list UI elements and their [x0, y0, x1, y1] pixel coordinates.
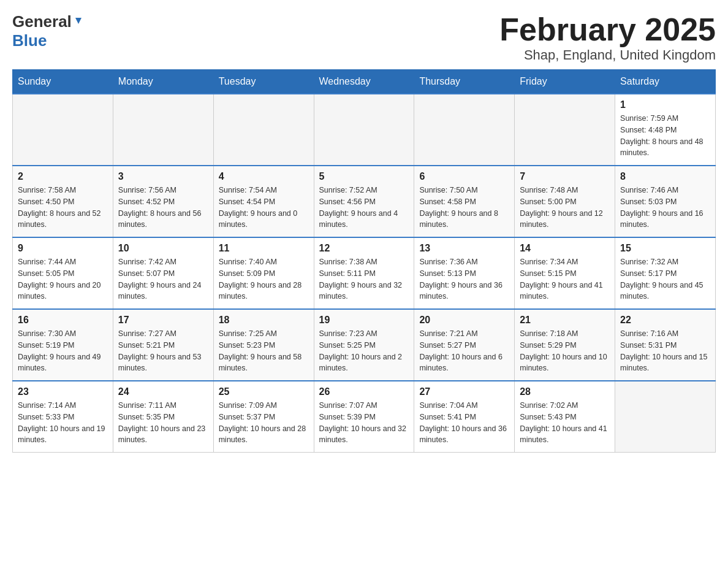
day-number: 15	[620, 243, 710, 254]
calendar-cell-week5-day4: 27Sunrise: 7:04 AMSunset: 5:41 PMDayligh…	[414, 381, 515, 453]
calendar-cell-week4-day2: 18Sunrise: 7:25 AMSunset: 5:23 PMDayligh…	[213, 309, 314, 381]
header-thursday: Thursday	[414, 70, 515, 94]
day-number: 12	[319, 243, 409, 254]
header-saturday: Saturday	[615, 70, 716, 94]
calendar-cell-week3-day0: 9Sunrise: 7:44 AMSunset: 5:05 PMDaylight…	[13, 237, 113, 309]
calendar-table: Sunday Monday Tuesday Wednesday Thursday…	[12, 69, 716, 453]
day-info: Sunrise: 7:58 AMSunset: 4:50 PMDaylight:…	[18, 185, 108, 231]
calendar-cell-week4-day4: 20Sunrise: 7:21 AMSunset: 5:27 PMDayligh…	[414, 309, 515, 381]
day-number: 18	[219, 315, 309, 326]
calendar-cell-week4-day3: 19Sunrise: 7:23 AMSunset: 5:25 PMDayligh…	[314, 309, 414, 381]
day-info: Sunrise: 7:04 AMSunset: 5:41 PMDaylight:…	[419, 400, 509, 446]
logo-general-text: General	[12, 12, 72, 31]
day-number: 26	[319, 386, 409, 397]
day-info: Sunrise: 7:54 AMSunset: 4:54 PMDaylight:…	[219, 185, 309, 231]
day-number: 3	[118, 171, 208, 182]
calendar-cell-week2-day6: 8Sunrise: 7:46 AMSunset: 5:03 PMDaylight…	[615, 166, 716, 237]
day-number: 8	[620, 171, 710, 182]
day-number: 19	[319, 315, 409, 326]
svg-marker-0	[75, 18, 82, 24]
calendar-week-3: 9Sunrise: 7:44 AMSunset: 5:05 PMDaylight…	[13, 237, 716, 309]
day-info: Sunrise: 7:30 AMSunset: 5:19 PMDaylight:…	[18, 328, 108, 374]
calendar-cell-week5-day6	[615, 381, 716, 453]
day-info: Sunrise: 7:50 AMSunset: 4:58 PMDaylight:…	[419, 185, 509, 231]
header-wednesday: Wednesday	[314, 70, 414, 94]
header-friday: Friday	[515, 70, 615, 94]
day-number: 24	[118, 386, 208, 397]
calendar-cell-week3-day5: 14Sunrise: 7:34 AMSunset: 5:15 PMDayligh…	[515, 237, 615, 309]
calendar-cell-week4-day5: 21Sunrise: 7:18 AMSunset: 5:29 PMDayligh…	[515, 309, 615, 381]
day-info: Sunrise: 7:14 AMSunset: 5:33 PMDaylight:…	[18, 400, 108, 446]
logo: General Blue	[12, 12, 84, 50]
location-text: Shap, England, United Kingdom	[499, 47, 716, 63]
day-info: Sunrise: 7:11 AMSunset: 5:35 PMDaylight:…	[118, 400, 208, 446]
day-number: 9	[18, 243, 108, 254]
calendar-cell-week5-day5: 28Sunrise: 7:02 AMSunset: 5:43 PMDayligh…	[515, 381, 615, 453]
day-number: 14	[520, 243, 610, 254]
day-info: Sunrise: 7:25 AMSunset: 5:23 PMDaylight:…	[219, 328, 309, 374]
day-info: Sunrise: 7:27 AMSunset: 5:21 PMDaylight:…	[118, 328, 208, 374]
day-number: 4	[219, 171, 309, 182]
calendar-cell-week1-day4	[414, 94, 515, 166]
calendar-cell-week4-day0: 16Sunrise: 7:30 AMSunset: 5:19 PMDayligh…	[13, 309, 113, 381]
calendar-cell-week2-day5: 7Sunrise: 7:48 AMSunset: 5:00 PMDaylight…	[515, 166, 615, 237]
calendar-cell-week2-day2: 4Sunrise: 7:54 AMSunset: 4:54 PMDaylight…	[213, 166, 314, 237]
calendar-week-5: 23Sunrise: 7:14 AMSunset: 5:33 PMDayligh…	[13, 381, 716, 453]
day-number: 1	[620, 99, 710, 110]
logo-blue-text: Blue	[12, 31, 47, 50]
day-number: 5	[319, 171, 409, 182]
day-info: Sunrise: 7:21 AMSunset: 5:27 PMDaylight:…	[419, 328, 509, 374]
day-info: Sunrise: 7:16 AMSunset: 5:31 PMDaylight:…	[620, 328, 710, 374]
day-number: 6	[419, 171, 509, 182]
calendar-week-1: 1Sunrise: 7:59 AMSunset: 4:48 PMDaylight…	[13, 94, 716, 166]
day-number: 17	[118, 315, 208, 326]
day-info: Sunrise: 7:40 AMSunset: 5:09 PMDaylight:…	[219, 256, 309, 302]
month-title: February 2025	[499, 12, 716, 47]
calendar-cell-week1-day5	[515, 94, 615, 166]
day-number: 13	[419, 243, 509, 254]
day-info: Sunrise: 7:46 AMSunset: 5:03 PMDaylight:…	[620, 185, 710, 231]
calendar-cell-week4-day6: 22Sunrise: 7:16 AMSunset: 5:31 PMDayligh…	[615, 309, 716, 381]
calendar-cell-week1-day0	[13, 94, 113, 166]
weekday-header-row: Sunday Monday Tuesday Wednesday Thursday…	[13, 70, 716, 94]
day-number: 23	[18, 386, 108, 397]
day-info: Sunrise: 7:09 AMSunset: 5:37 PMDaylight:…	[219, 400, 309, 446]
day-info: Sunrise: 7:42 AMSunset: 5:07 PMDaylight:…	[118, 256, 208, 302]
calendar-week-4: 16Sunrise: 7:30 AMSunset: 5:19 PMDayligh…	[13, 309, 716, 381]
day-info: Sunrise: 7:48 AMSunset: 5:00 PMDaylight:…	[520, 185, 610, 231]
day-info: Sunrise: 7:23 AMSunset: 5:25 PMDaylight:…	[319, 328, 409, 374]
page-header: General Blue February 2025 Shap, England…	[12, 12, 716, 63]
day-number: 11	[219, 243, 309, 254]
calendar-cell-week3-day1: 10Sunrise: 7:42 AMSunset: 5:07 PMDayligh…	[113, 237, 213, 309]
calendar-cell-week2-day4: 6Sunrise: 7:50 AMSunset: 4:58 PMDaylight…	[414, 166, 515, 237]
day-number: 28	[520, 386, 610, 397]
day-number: 21	[520, 315, 610, 326]
calendar-cell-week3-day2: 11Sunrise: 7:40 AMSunset: 5:09 PMDayligh…	[213, 237, 314, 309]
calendar-cell-week2-day0: 2Sunrise: 7:58 AMSunset: 4:50 PMDaylight…	[13, 166, 113, 237]
day-info: Sunrise: 7:59 AMSunset: 4:48 PMDaylight:…	[620, 113, 710, 159]
logo-arrow-icon	[73, 15, 84, 29]
day-info: Sunrise: 7:52 AMSunset: 4:56 PMDaylight:…	[319, 185, 409, 231]
calendar-cell-week5-day3: 26Sunrise: 7:07 AMSunset: 5:39 PMDayligh…	[314, 381, 414, 453]
calendar-cell-week3-day3: 12Sunrise: 7:38 AMSunset: 5:11 PMDayligh…	[314, 237, 414, 309]
calendar-cell-week1-day6: 1Sunrise: 7:59 AMSunset: 4:48 PMDaylight…	[615, 94, 716, 166]
day-info: Sunrise: 7:38 AMSunset: 5:11 PMDaylight:…	[319, 256, 409, 302]
day-info: Sunrise: 7:34 AMSunset: 5:15 PMDaylight:…	[520, 256, 610, 302]
header-sunday: Sunday	[13, 70, 113, 94]
calendar-cell-week5-day1: 24Sunrise: 7:11 AMSunset: 5:35 PMDayligh…	[113, 381, 213, 453]
title-section: February 2025 Shap, England, United King…	[499, 12, 716, 63]
day-number: 25	[219, 386, 309, 397]
header-tuesday: Tuesday	[213, 70, 314, 94]
day-number: 10	[118, 243, 208, 254]
day-info: Sunrise: 7:07 AMSunset: 5:39 PMDaylight:…	[319, 400, 409, 446]
calendar-cell-week1-day2	[213, 94, 314, 166]
day-number: 22	[620, 315, 710, 326]
day-info: Sunrise: 7:36 AMSunset: 5:13 PMDaylight:…	[419, 256, 509, 302]
calendar-cell-week1-day1	[113, 94, 213, 166]
day-info: Sunrise: 7:44 AMSunset: 5:05 PMDaylight:…	[18, 256, 108, 302]
day-info: Sunrise: 7:02 AMSunset: 5:43 PMDaylight:…	[520, 400, 610, 446]
day-number: 20	[419, 315, 509, 326]
calendar-week-2: 2Sunrise: 7:58 AMSunset: 4:50 PMDaylight…	[13, 166, 716, 237]
day-number: 27	[419, 386, 509, 397]
header-monday: Monday	[113, 70, 213, 94]
